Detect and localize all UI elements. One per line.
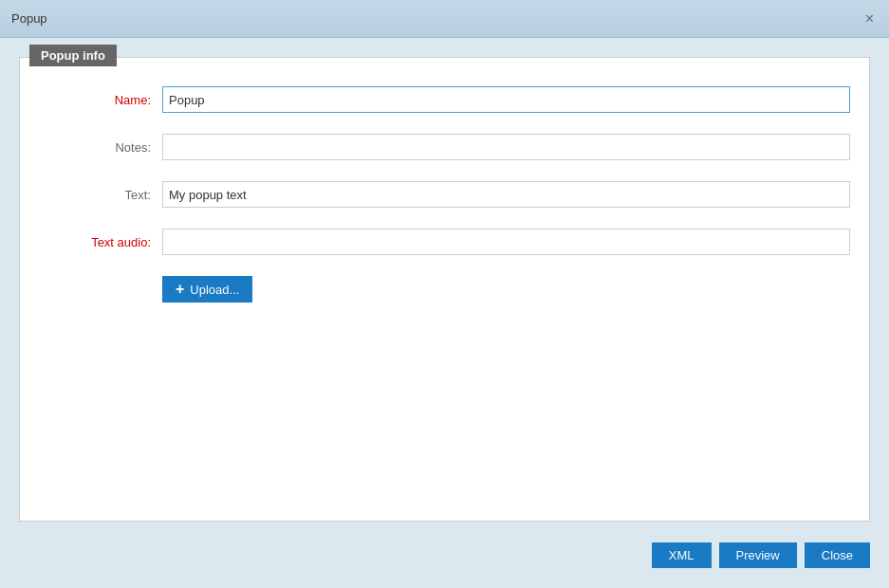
name-label: Name: [39, 93, 162, 107]
upload-plus-icon: + [176, 282, 184, 297]
upload-row: + Upload... [39, 276, 850, 303]
notes-label: Notes: [39, 140, 162, 155]
name-row: Name: [39, 86, 850, 113]
preview-button[interactable]: Preview [719, 542, 797, 568]
text-label: Text: [39, 188, 162, 202]
content-area: Popup info Name: Notes: Text: Text audio… [0, 38, 889, 522]
title-bar: Popup × [0, 0, 889, 38]
text-audio-label: Text audio: [39, 235, 162, 249]
notes-input[interactable] [162, 134, 850, 160]
window-close-button[interactable]: × [861, 9, 878, 28]
upload-button[interactable]: + Upload... [162, 276, 252, 303]
fieldset-legend: Popup info [29, 45, 117, 66]
form-rows: Name: Notes: Text: Text audio: [39, 86, 850, 303]
close-button[interactable]: Close [805, 542, 870, 568]
text-audio-input[interactable] [162, 229, 850, 255]
upload-label-text: Upload... [190, 283, 239, 297]
xml-button[interactable]: XML [652, 542, 712, 568]
text-row: Text: [39, 181, 850, 208]
popup-info-fieldset: Popup info Name: Notes: Text: Text audio… [19, 57, 870, 522]
notes-row: Notes: [39, 134, 850, 160]
name-input[interactable] [162, 86, 850, 113]
window-title: Popup [11, 11, 47, 26]
text-input[interactable] [162, 181, 850, 208]
footer: XML Preview Close [0, 522, 889, 588]
popup-window: Popup × Popup info Name: Notes: Text: [0, 0, 889, 588]
text-audio-row: Text audio: [39, 229, 850, 255]
